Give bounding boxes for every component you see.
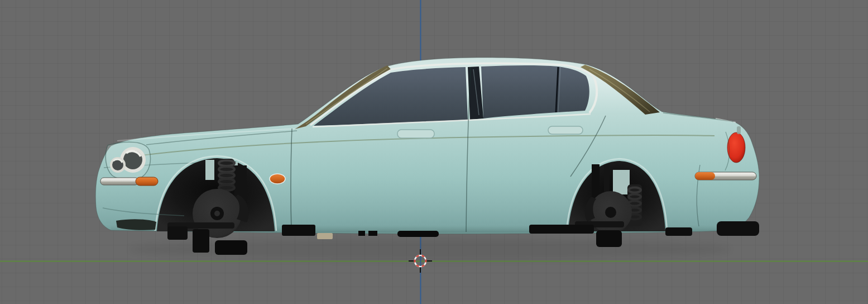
rear-bumper-underside	[717, 221, 759, 236]
underbody-tab-2	[368, 231, 377, 236]
front-susp-drop-2	[215, 240, 247, 255]
front-coil-spring	[219, 159, 234, 191]
underbody-tab-1	[358, 231, 365, 236]
front-door-handle	[397, 130, 434, 138]
trunk-emblem	[737, 126, 741, 134]
front-gap-light-1	[205, 160, 214, 180]
front-intake	[116, 219, 156, 230]
underbody-rear-tab	[665, 227, 692, 236]
front-bumper-trim	[100, 178, 138, 185]
front-susp-drop-1	[193, 229, 209, 253]
side-repeater	[270, 174, 285, 184]
front-hub-center	[214, 211, 220, 216]
rear-hub	[605, 207, 616, 218]
underbody-rail	[529, 225, 594, 234]
front-indicator	[136, 177, 158, 186]
underbody-step	[282, 225, 315, 236]
taillight	[727, 132, 745, 163]
front-susp-drop-3	[167, 226, 188, 240]
rear-susp-drop	[596, 230, 622, 247]
rear-indicator	[695, 172, 715, 180]
rear-gap-light	[613, 170, 630, 194]
underbody-bar	[397, 231, 439, 237]
blender-3d-viewport[interactable]	[0, 0, 868, 304]
underbody-box	[317, 233, 333, 239]
rear-door-handle	[548, 126, 583, 134]
rear-door-window	[481, 65, 589, 118]
